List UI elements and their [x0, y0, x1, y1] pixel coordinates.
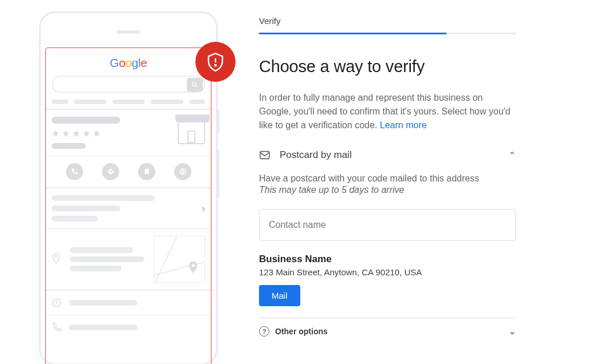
action-icons-placeholder — [46, 156, 211, 187]
stars-placeholder — [52, 129, 170, 137]
chevron-right-icon: › — [202, 202, 205, 214]
description: In order to fully manage and represent t… — [259, 91, 516, 132]
text-row-placeholder: › — [46, 188, 211, 228]
business-name: Business Name — [259, 254, 516, 265]
phone-row-placeholder — [46, 315, 211, 339]
map-thumbnail — [154, 236, 205, 283]
directions-icon — [102, 163, 119, 180]
learn-more-link[interactable]: Learn more — [380, 120, 427, 130]
option-title: Postcard by mail — [280, 149, 499, 161]
svg-rect-8 — [260, 152, 269, 159]
listing-header-placeholder — [46, 110, 211, 156]
progress-bar — [259, 33, 516, 34]
google-logo: Google — [46, 48, 211, 76]
pin-icon — [52, 252, 61, 264]
chips-placeholder — [46, 100, 211, 109]
other-options-header[interactable]: ? Other options ⌄ — [259, 326, 516, 337]
divider — [259, 318, 516, 318]
alert-badge — [195, 42, 236, 82]
phone-side-button — [216, 109, 219, 133]
option-description-1: Have a postcard with your code mailed to… — [259, 173, 516, 184]
help-icon: ? — [259, 326, 269, 337]
chevron-down-icon: ⌄ — [509, 327, 516, 336]
shield-alert-icon — [207, 52, 224, 72]
chevron-up-icon: ⌃ — [508, 150, 516, 161]
phone-icon — [52, 322, 62, 333]
phone-speaker — [116, 30, 140, 34]
option-description-2: This may take up to 5 days to arrive — [259, 185, 516, 195]
mail-button[interactable]: Mail — [259, 285, 300, 306]
search-icon — [187, 78, 203, 92]
search-bar-placeholder — [52, 76, 205, 93]
postcard-option-header[interactable]: Postcard by mail ⌃ — [259, 149, 516, 161]
svg-point-2 — [193, 82, 196, 86]
svg-point-1 — [215, 65, 216, 66]
store-icon — [178, 117, 205, 144]
website-icon — [174, 163, 191, 180]
tab-verify: Verify — [259, 16, 527, 26]
svg-point-6 — [192, 264, 195, 267]
phone-screen: Google — [45, 48, 211, 364]
phone-side-button — [216, 149, 219, 197]
mail-icon — [259, 151, 270, 160]
illustration-panel: Google — [0, 0, 229, 364]
business-address: 123 Main Street, Anytown, CA 90210, USA — [259, 267, 516, 277]
phone-frame: Google — [39, 11, 218, 364]
svg-point-5 — [55, 255, 57, 258]
save-icon — [138, 163, 155, 180]
page-title: Choose a way to verify — [259, 57, 527, 76]
hours-row-placeholder — [46, 291, 211, 315]
postcard-option-body: Have a postcard with your code mailed to… — [259, 173, 516, 306]
verify-panel: Verify Choose a way to verify In order t… — [229, 0, 527, 364]
other-options-label: Other options — [275, 327, 328, 336]
address-row-placeholder — [46, 229, 211, 290]
clock-icon — [52, 298, 62, 308]
contact-name-input[interactable] — [259, 209, 516, 241]
svg-line-3 — [196, 86, 198, 88]
call-icon — [66, 163, 83, 180]
